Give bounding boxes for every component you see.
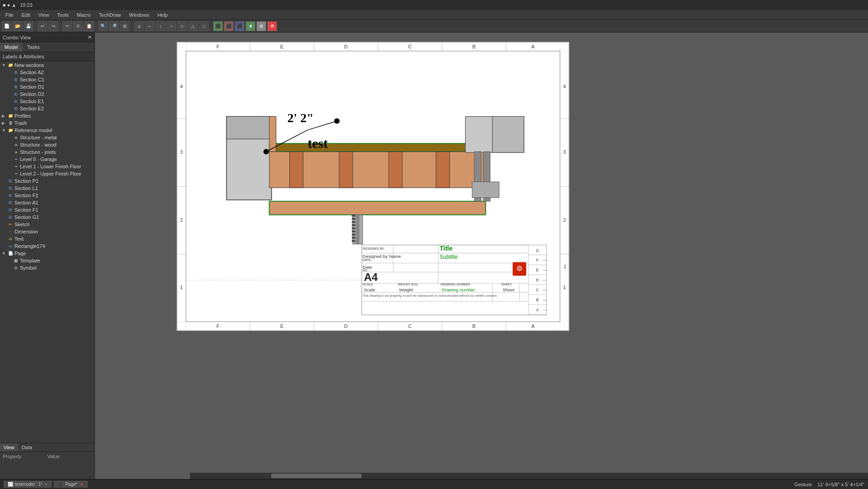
tree-item-page[interactable]: ▼ 📄 Page <box>0 250 94 257</box>
tb-b6[interactable]: △ <box>188 21 198 31</box>
menu-windows[interactable]: Windows <box>126 11 153 19</box>
tree-item-reference-model[interactable]: ▼ 📁 Reference model <box>0 127 94 134</box>
tree-item-struct-metal[interactable]: ◈ Structure - metal <box>0 134 94 141</box>
tab-model[interactable]: Model <box>0 43 23 52</box>
page-icon: ⬛ <box>58 482 63 487</box>
tree-item-section-a2[interactable]: ⊞ Section A2 <box>0 69 94 76</box>
svg-rect-71 <box>352 224 355 226</box>
property-table: Property Value <box>0 452 94 461</box>
coordinates-label: 11' 6+5/8" x 5' 4+1/4" <box>817 482 864 487</box>
tree-item-section-a1[interactable]: ⊞ Section A1 <box>0 199 94 206</box>
model-tasks-tabs: Model Tasks <box>0 43 94 52</box>
tree-item-section-g1[interactable]: ⊞ Section G1 <box>0 214 94 221</box>
svg-text:Subtitle: Subtitle <box>440 254 458 260</box>
tb-save[interactable]: 💾 <box>24 21 33 31</box>
tb-fit[interactable]: ⊞ <box>120 21 130 31</box>
tree-item-text[interactable]: A Text <box>0 235 94 242</box>
testmodel-close[interactable]: ✕ <box>44 482 48 487</box>
tb-copy[interactable]: ⎘ <box>73 21 83 31</box>
tb-c2[interactable]: ⬛ <box>224 21 234 31</box>
svg-text:2: 2 <box>563 217 566 223</box>
tb-redo[interactable]: ↪ <box>48 21 58 31</box>
canvas-area[interactable]: F E D C B A F E D C B A <box>95 33 868 479</box>
tab-tasks[interactable]: Tasks <box>23 43 44 52</box>
tree-item-struct-wood[interactable]: ◈ Structure - wood <box>0 141 94 148</box>
svg-text:Weight: Weight <box>399 287 413 292</box>
tree-item-level-1[interactable]: ━ Level 1 - Lower Finish Floor <box>0 163 94 170</box>
property-panel: View Data Property Value <box>0 443 94 479</box>
tree-item-sketch[interactable]: ✏ Sketch <box>0 221 94 228</box>
tree-item-rectangle174[interactable]: ▭ Rectangle174 <box>0 242 94 250</box>
menu-techdraw[interactable]: TechDraw <box>95 11 125 19</box>
tree-item-new-sections[interactable]: ▼ 📁 New sections <box>0 62 94 69</box>
tb-zoom-in[interactable]: 🔍 <box>98 21 108 31</box>
tb-b1[interactable]: ⊿ <box>134 21 144 31</box>
tb-undo[interactable]: ↩ <box>38 21 47 31</box>
svg-text:SCALE: SCALE <box>363 283 373 286</box>
gesture-label: Gesture <box>794 482 812 487</box>
tb-c3[interactable]: ⬛ <box>235 21 245 31</box>
symbol-icon: ◎ <box>13 265 19 271</box>
svg-text:A: A <box>531 44 535 49</box>
menu-macro[interactable]: Macro <box>73 11 94 19</box>
page-close[interactable]: ✕ <box>80 482 84 487</box>
tb-b4[interactable]: ○ <box>166 21 176 31</box>
tb-sep-4 <box>132 22 132 31</box>
svg-text:DRAWING NUMBER: DRAWING NUMBER <box>441 283 471 286</box>
tree-item-section-e1[interactable]: ⊞ Section E1 <box>0 98 94 105</box>
tree-item-level-2[interactable]: ━ Level 2 - Upper Finish Floor <box>0 170 94 177</box>
horizontal-scrollbar[interactable] <box>190 473 868 479</box>
tree-item-struct-joists[interactable]: ◈ Structure - joists <box>0 148 94 156</box>
tree-item-section-d1[interactable]: ⊞ Section D1 <box>0 83 94 90</box>
svg-text:Sheet: Sheet <box>503 287 514 292</box>
tb-b5[interactable]: ◇ <box>177 21 187 31</box>
section-icon: ⊞ <box>13 69 19 76</box>
svg-text:F: F <box>217 44 220 49</box>
tb-paste[interactable]: 📋 <box>84 21 94 31</box>
tree-item-dimension[interactable]: ↔ Dimension <box>0 228 94 235</box>
tree-item-section-f1[interactable]: ⊞ Section F1 <box>0 206 94 214</box>
main-area: Combo View ✕ Model Tasks Labels & Attrib… <box>0 33 868 479</box>
testmodel-label: testmodel : 1* <box>15 482 42 487</box>
tab-data[interactable]: Data <box>18 443 36 451</box>
menu-help[interactable]: Help <box>154 11 171 19</box>
tree-item-section-l1[interactable]: ⊞ Section L1 <box>0 185 94 192</box>
tab-testmodel[interactable]: ⬜ testmodel : 1* ✕ <box>4 481 52 488</box>
svg-rect-74 <box>352 234 355 236</box>
tree-item-level-0[interactable]: ━ Level 0 - Garage <box>0 156 94 163</box>
menu-tools[interactable]: Tools <box>53 11 72 19</box>
svg-text:WEIGHT (KG): WEIGHT (KG) <box>398 283 418 286</box>
tb-c1[interactable]: ⬛ <box>213 21 223 31</box>
svg-text:3: 3 <box>563 149 566 155</box>
tree-item-section-d2[interactable]: ⊞ Section D2 <box>0 90 94 98</box>
tb-zoom-out[interactable]: 🔎 <box>109 21 119 31</box>
section-icon: ⊞ <box>7 214 14 220</box>
tree-item-symbol[interactable]: ◎ Symbol <box>0 264 94 271</box>
combo-view-close[interactable]: ✕ <box>88 34 92 40</box>
tree-item-template[interactable]: ▦ Template <box>0 257 94 264</box>
tb-open[interactable]: 📂 <box>13 21 23 31</box>
tb-new[interactable]: 📄 <box>2 21 12 31</box>
tb-cut[interactable]: ✂ <box>62 21 72 31</box>
tree-item-trash[interactable]: ▶ 🗑 Trash <box>0 119 94 127</box>
tree-item-section-e2[interactable]: ⊞ Section E2 <box>0 105 94 112</box>
struct-icon: ◈ <box>13 142 19 148</box>
scrollbar-thumb[interactable] <box>271 474 362 478</box>
tb-b3[interactable]: ↕ <box>156 21 165 31</box>
testmodel-icon: ⬜ <box>8 482 13 487</box>
menu-view[interactable]: View <box>35 11 53 19</box>
tree-item-section-p1[interactable]: ⊞ Section P1 <box>0 177 94 185</box>
tb-c4[interactable]: ★ <box>245 21 255 31</box>
tb-c6[interactable]: ⚙ <box>267 21 277 31</box>
menu-edit[interactable]: Edit <box>18 11 34 19</box>
tree-item-profiles[interactable]: ▶ 📁 Profiles <box>0 112 94 119</box>
tab-view[interactable]: View <box>0 443 18 451</box>
tb-c5[interactable]: ⊕ <box>256 21 266 31</box>
tree-item-section-c1[interactable]: ⊞ Section C1 <box>0 76 94 83</box>
tree-item-section-f2[interactable]: ⊞ Section F2 <box>0 192 94 199</box>
tab-page[interactable]: ⬛ Page* ✕ <box>54 481 88 488</box>
tb-b7[interactable]: □ <box>199 21 209 31</box>
menu-file[interactable]: File <box>2 11 17 19</box>
tb-b2[interactable]: ↔ <box>145 21 155 31</box>
svg-text:Drawing number: Drawing number <box>442 287 476 292</box>
